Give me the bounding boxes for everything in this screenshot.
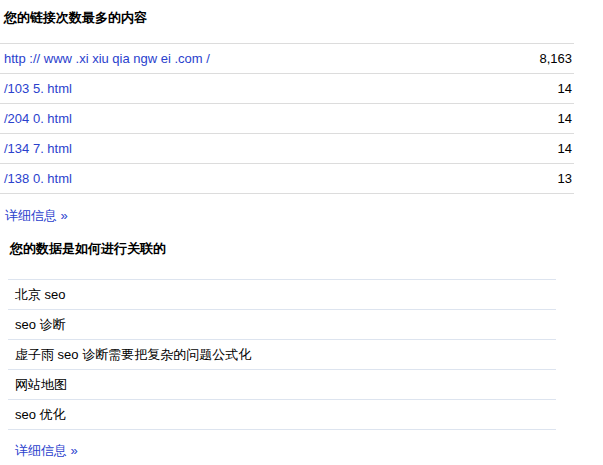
related-data-module: 您的数据是如何进行关联的 北京 seo seo 诊断 虚子雨 seo 诊断需要把… — [0, 241, 603, 460]
table-row: /134 7. html 14 — [0, 133, 574, 163]
table-row: /103 5. html 14 — [0, 73, 574, 103]
related-data-table: 北京 seo seo 诊断 虚子雨 seo 诊断需要把复杂的问题公式化 网站地图… — [8, 279, 556, 430]
top-linked-content-module: 您的链接次数最多的内容 http :// www .xi xiu qia ngw… — [0, 10, 603, 225]
top-linked-content-title: 您的链接次数最多的内容 — [0, 10, 603, 25]
table-row: seo 优化 — [8, 399, 556, 429]
table-row: /204 0. html 14 — [0, 103, 574, 133]
related-keyword: 北京 seo — [15, 286, 66, 304]
linked-url[interactable]: /103 5. html — [4, 81, 72, 96]
related-keyword: seo 优化 — [15, 406, 66, 424]
link-count: 8,163 — [539, 51, 572, 66]
more-details-link-top-content[interactable]: 详细信息 » — [5, 207, 68, 225]
table-row: seo 诊断 — [8, 309, 556, 339]
link-count: 13 — [558, 171, 572, 186]
top-linked-content-table: http :// www .xi xiu qia ngw ei .com / 8… — [0, 43, 574, 194]
related-keyword: seo 诊断 — [15, 316, 66, 334]
link-count: 14 — [558, 141, 572, 156]
related-keyword: 虚子雨 seo 诊断需要把复杂的问题公式化 — [15, 346, 251, 364]
related-data-title: 您的数据是如何进行关联的 — [0, 241, 603, 256]
link-count: 14 — [558, 81, 572, 96]
linked-url[interactable]: /138 0. html — [4, 171, 72, 186]
linked-url[interactable]: http :// www .xi xiu qia ngw ei .com / — [4, 51, 210, 66]
table-row: 虚子雨 seo 诊断需要把复杂的问题公式化 — [8, 339, 556, 369]
table-row: 北京 seo — [8, 279, 556, 309]
linked-url[interactable]: /134 7. html — [4, 141, 72, 156]
table-row: /138 0. html 13 — [0, 163, 574, 193]
dashboard-page: 您的链接次数最多的内容 http :// www .xi xiu qia ngw… — [0, 0, 603, 460]
table-row: http :// www .xi xiu qia ngw ei .com / 8… — [0, 43, 574, 73]
link-count: 14 — [558, 111, 572, 126]
table-row: 网站地图 — [8, 369, 556, 399]
related-keyword: 网站地图 — [15, 376, 67, 394]
more-details-link-related-data[interactable]: 详细信息 » — [15, 442, 78, 460]
linked-url[interactable]: /204 0. html — [4, 111, 72, 126]
